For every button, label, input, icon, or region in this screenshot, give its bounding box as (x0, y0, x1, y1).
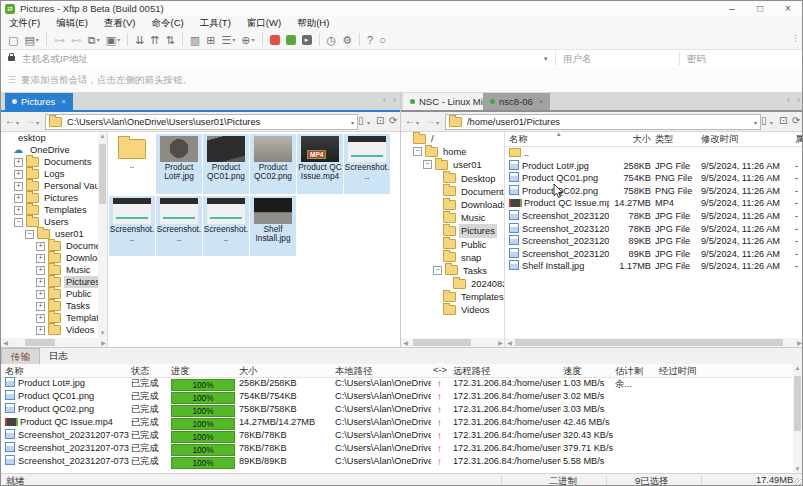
minimize-button[interactable]: – (718, 1, 746, 16)
file-item-screenshot[interactable]: Screenshot... (344, 134, 390, 194)
tree-item-music[interactable]: Music (401, 211, 505, 224)
close-tab-icon[interactable]: × (61, 97, 66, 106)
host-input[interactable]: 主机名或IP地址 (22, 50, 537, 68)
tree-item-personal-vault-des[interactable]: +Personal Vault-DES (1, 180, 98, 192)
local-tree-vscrollbar[interactable]: ▲ ▼ (98, 132, 107, 338)
bookmark-caret-icon[interactable]: ▾ (367, 119, 370, 126)
file-row-product-qc02-png[interactable]: Product QC02.png758KBPNG File9/5/2024, 1… (505, 185, 803, 198)
scroll-left-icon[interactable]: ◀ (505, 339, 514, 347)
remote-list-header[interactable]: 名称大小类型修改时间属..▴ (505, 132, 803, 147)
tree-item-snap[interactable]: snap (401, 251, 505, 264)
tree-item-templates[interactable]: Templates (401, 290, 505, 303)
transfer-row-product-lot-jpg[interactable]: Product Lot#.jpg已完成100%258KB/258KBC:\Use… (1, 377, 802, 390)
tree-expander-icon[interactable]: + (14, 194, 23, 203)
tree-item-videos[interactable]: +Videos (1, 324, 98, 336)
column-header-item[interactable]: 类型 (655, 133, 699, 146)
tree-item-templates[interactable]: +Templates (1, 204, 98, 216)
menu-item-c[interactable]: 命令(C) (143, 17, 191, 30)
tree-expander-icon[interactable]: + (14, 206, 23, 215)
remote-list-hscrollbar[interactable]: ◀ ▶ (505, 338, 803, 347)
tree-item-desktop[interactable]: Desktop (401, 172, 505, 185)
tree-expander-icon[interactable]: − (25, 230, 34, 239)
remote-path-input[interactable]: /home/user01/Pictures ▾ (445, 114, 761, 130)
tab-transfer[interactable]: 传输 (1, 348, 40, 364)
file-item-product-lot-jpg[interactable]: Product Lot#.jpg (156, 134, 202, 194)
tree-expander-icon[interactable]: + (36, 302, 45, 311)
back-icon[interactable]: ← (405, 115, 415, 126)
new-folder-icon[interactable]: ⊞ (203, 32, 218, 48)
tab-scroll-right-icon[interactable]: › (393, 95, 396, 105)
file-row-item[interactable]: .. (505, 147, 803, 160)
tree-item-users[interactable]: −Users (1, 216, 98, 228)
back-history-caret-icon[interactable]: ▾ (416, 119, 419, 126)
schedule-icon[interactable]: ◷ (324, 32, 340, 48)
scroll-left-icon[interactable]: ◀ (1, 339, 10, 347)
tab-nsc8-06[interactable]: nsc8-06 × (483, 93, 550, 110)
xftp-icon[interactable] (283, 32, 299, 48)
tree-item-user01[interactable]: −user01 (401, 158, 505, 171)
tree-item-20240825[interactable]: 20240825 (401, 277, 505, 290)
xshell-icon[interactable] (267, 32, 283, 48)
back-history-caret-icon[interactable]: ▾ (16, 119, 19, 126)
transfer-vscrollbar[interactable]: ▲ ▼ (793, 364, 802, 474)
scroll-right-icon[interactable]: ▶ (99, 339, 108, 347)
password-input[interactable]: 密码 (687, 50, 797, 68)
file-item-product-qc-issue-mp4[interactable]: Product QC Issue.mp4 (297, 134, 343, 194)
tree-expander-icon[interactable]: + (36, 326, 45, 335)
address-book-icon[interactable]: ⊕▾ (238, 32, 257, 48)
menu-item-w[interactable]: 窗口(W) (239, 17, 289, 30)
transfer-updated-files-icon[interactable]: ⇈ (147, 32, 162, 48)
column-header-item[interactable]: 属.. (795, 133, 803, 146)
scroll-left-icon[interactable]: ◀ (401, 339, 410, 347)
dropdown-caret-icon[interactable]: ▾ (97, 36, 100, 43)
file-row-screenshot-20231207[interactable]: Screenshot_20231207...89KBJPG File9/5/20… (505, 248, 803, 261)
session-window-icon[interactable]: ▸ (299, 32, 315, 48)
menu-item-v[interactable]: 查看(V) (96, 17, 144, 30)
back-icon[interactable]: ← (5, 115, 15, 126)
file-item-product-qc02-png[interactable]: Product QC02.png (250, 134, 296, 194)
file-item-item[interactable]: .. (109, 134, 155, 194)
tree-expander-icon[interactable]: + (14, 158, 23, 167)
view-mode-icon[interactable]: ☰▾ (218, 32, 238, 48)
tree-item-downloads[interactable]: Downloads (401, 198, 505, 211)
transfer-row-screenshot-20231207-073333[interactable]: Screenshot_20231207-073333...已完成100%89KB… (1, 455, 802, 468)
tab-log[interactable]: 日志 (40, 348, 77, 363)
panel-splitter[interactable] (400, 92, 401, 347)
menu-item-e[interactable]: 编辑(E) (48, 17, 96, 30)
column-header-item[interactable]: 大小 (611, 133, 651, 146)
forward-history-caret-icon[interactable]: ▾ (436, 119, 439, 126)
tree-item-pictures[interactable]: Pictures (401, 224, 505, 237)
reconnect-icon[interactable]: ⊶ (51, 32, 68, 48)
scroll-right-icon[interactable]: ▶ (795, 339, 803, 347)
file-row-screenshot-20231207[interactable]: Screenshot_20231207...78KBJPG File9/5/20… (505, 210, 803, 223)
help-icon[interactable]: ? (364, 32, 376, 48)
dropdown-caret-icon[interactable]: ▾ (117, 36, 120, 43)
maximize-button[interactable]: □ (746, 1, 774, 16)
scroll-down-icon[interactable]: ▼ (98, 329, 107, 338)
tree-item-videos[interactable]: Videos (401, 303, 505, 316)
tree-expander-icon[interactable]: + (36, 314, 45, 323)
tree-expander-icon[interactable]: − (413, 147, 422, 156)
forward-icon[interactable]: → (25, 115, 35, 126)
up-folder-icon[interactable]: ⊡ (376, 115, 384, 126)
menu-item-f[interactable]: 文件(F) (1, 17, 48, 30)
remote-tree-hscrollbar[interactable]: ◀ ▶ (401, 338, 505, 347)
tree-item-onedrive[interactable]: ☁OneDrive (1, 144, 98, 156)
dropdown-caret-icon[interactable]: ▾ (252, 36, 255, 43)
new-tab-icon[interactable]: ⧉▾ (85, 32, 103, 48)
tab-scroll-left-icon[interactable]: ‹ (787, 95, 790, 105)
file-item-product-qc01-png[interactable]: Product QC01.png (203, 134, 249, 194)
file-row-shelf-install-jpg[interactable]: Shelf Install.jpg1.17MBJPG File9/5/2024,… (505, 260, 803, 273)
host-dropdown-caret-icon[interactable]: ▾ (544, 55, 548, 63)
forward-history-caret-icon[interactable]: ▾ (36, 119, 39, 126)
up-folder-icon[interactable]: ⊡ (779, 115, 787, 126)
column-header-item[interactable]: 修改时间 (701, 133, 793, 146)
refresh-icon[interactable]: ⟳ (389, 115, 397, 126)
toolbar-overflow-icon[interactable]: ⋮ (791, 33, 800, 43)
tree-expander-icon[interactable]: + (36, 254, 45, 263)
file-row-screenshot-20231207[interactable]: Screenshot_20231207...89KBJPG File9/5/20… (505, 235, 803, 248)
close-tab-icon[interactable]: × (539, 97, 544, 106)
transfer-row-screenshot-20231207-073332[interactable]: Screenshot_20231207-073332...已完成100%78KB… (1, 442, 802, 455)
tree-item-logs[interactable]: +Logs (1, 168, 98, 180)
tree-expander-icon[interactable]: + (14, 182, 23, 191)
